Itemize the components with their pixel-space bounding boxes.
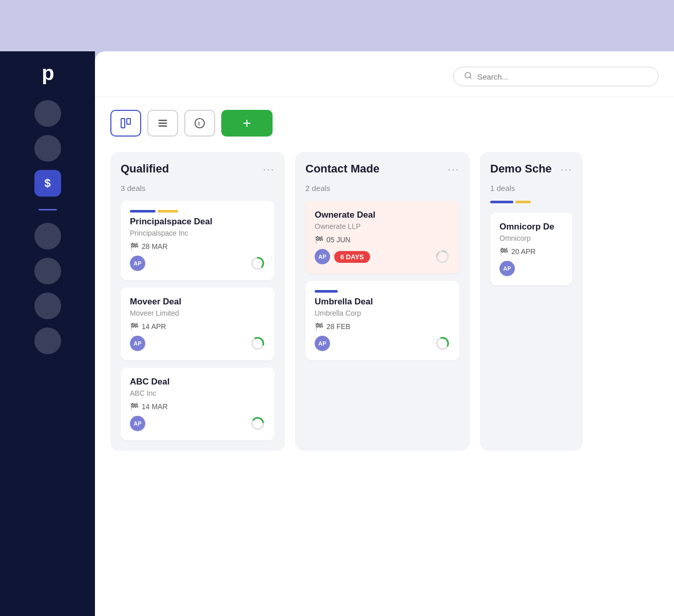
kanban-view-button[interactable]	[110, 110, 141, 137]
deal-card-umbrella[interactable]: Umbrella Deal Umbrella Corp 🏁 28 FEB AP	[305, 281, 459, 360]
deal-company-moveer: Moveer Limited	[130, 309, 265, 317]
search-bar	[453, 67, 659, 86]
deal-footer-umbrella: AP	[315, 336, 450, 351]
main-content: $ + Qualified ··· 3 deals	[95, 51, 674, 616]
progress-yellow	[158, 210, 178, 213]
overdue-badge-ownerate: 6 DAYS	[334, 251, 370, 263]
deal-footer-abc: AP	[130, 416, 265, 431]
deal-card-omnicorp[interactable]: Omnicorp De Omnicorp 🏁 20 APR AP	[490, 213, 572, 285]
header	[95, 51, 674, 97]
column-qualified: Qualified ··· 3 deals Principalspace Dea…	[110, 152, 285, 451]
sidebar-item-nav2[interactable]	[34, 135, 61, 162]
umbrella-progress-blue	[315, 290, 338, 293]
progress-ring-abc	[250, 416, 265, 431]
progress-ring-moveer	[250, 336, 265, 351]
search-icon	[464, 71, 472, 82]
deal-date-principalspace: 🏁 28 MAR	[130, 242, 265, 251]
progress-blue	[130, 210, 156, 213]
deal-progress-bar	[130, 210, 265, 213]
avatar-omnicorp: AP	[499, 261, 515, 276]
demo-progress-blue	[490, 201, 513, 203]
progress-ring-umbrella	[435, 336, 450, 351]
svg-rect-3	[127, 119, 130, 124]
column-contact-count: 2 deals	[305, 184, 459, 192]
sidebar-item-deals[interactable]: $	[34, 170, 61, 197]
sidebar-item-nav6[interactable]	[34, 328, 61, 354]
progress-ring-ownerate	[435, 249, 450, 264]
deal-footer-moveer: AP	[130, 336, 265, 351]
dollar-icon: $	[44, 177, 50, 190]
avatar-umbrella: AP	[315, 336, 330, 351]
deal-footer-omnicorp: AP	[499, 261, 563, 276]
deal-title-umbrella: Umbrella Deal	[315, 297, 450, 307]
column-demo-title: Demo Sche	[490, 162, 552, 176]
column-qualified-more[interactable]: ···	[263, 163, 275, 175]
sidebar-item-nav3[interactable]	[34, 223, 61, 249]
avatar-abc: AP	[130, 416, 145, 431]
deal-title-ownerate: Ownerate Deal	[315, 210, 450, 220]
kanban-board: Qualified ··· 3 deals Principalspace Dea…	[95, 147, 674, 466]
deal-date-moveer: 🏁 14 APR	[130, 322, 265, 331]
progress-ring-principalspace	[250, 256, 265, 271]
column-qualified-header: Qualified ···	[121, 162, 275, 176]
column-demo-scheduled: Demo Sche ··· 1 deals Omnicorp De Omnico…	[480, 152, 583, 451]
flag-icon-abc: 🏁	[130, 402, 139, 411]
flag-icon-ownerate: 🏁	[315, 236, 323, 244]
flag-icon-umbrella: 🏁	[315, 322, 323, 331]
sidebar-navigation: $	[0, 100, 95, 354]
deal-card-principalspace[interactable]: Principalspace Deal Principalspace Inc 🏁…	[121, 201, 275, 280]
deal-date-umbrella: 🏁 28 FEB	[315, 322, 450, 331]
column-qualified-count: 3 deals	[121, 184, 275, 192]
deal-company-principalspace: Principalspace Inc	[130, 229, 265, 237]
deal-footer-ownerate: AP 6 DAYS	[315, 249, 450, 264]
sidebar-item-nav4[interactable]	[34, 258, 61, 284]
sidebar-item-nav1[interactable]	[34, 100, 61, 127]
column-contact-header: Contact Made ···	[305, 162, 459, 176]
deal-card-ownerate[interactable]: Ownerate Deal Ownerate LLP 🏁 05 JUN AP 6…	[305, 201, 459, 274]
cycle-view-button[interactable]: $	[184, 110, 215, 137]
column-qualified-title: Qualified	[121, 162, 169, 176]
sidebar-logo: p	[42, 62, 53, 85]
column-demo-header: Demo Sche ···	[490, 162, 572, 176]
deal-company-omnicorp: Omnicorp	[499, 234, 563, 242]
add-deal-button[interactable]: +	[221, 110, 273, 137]
deal-card-moveer[interactable]: Moveer Deal Moveer Limited 🏁 14 APR AP	[121, 287, 275, 360]
svg-rect-2	[121, 119, 125, 128]
demo-progress-yellow	[515, 201, 531, 203]
deal-title-abc: ABC Deal	[130, 377, 265, 387]
flag-icon: 🏁	[130, 242, 139, 251]
deal-date-ownerate: 🏁 05 JUN	[315, 236, 450, 244]
column-contact-more[interactable]: ···	[448, 163, 459, 175]
column-contact-title: Contact Made	[305, 162, 379, 176]
deal-date-omnicorp: 🏁 20 APR	[499, 247, 563, 256]
avatar-principalspace: AP	[130, 256, 145, 271]
deal-company-umbrella: Umbrella Corp	[315, 309, 450, 317]
svg-text:$: $	[198, 122, 200, 126]
umbrella-progress-bar	[315, 290, 450, 293]
toolbar: $ +	[95, 97, 674, 147]
sidebar-divider	[38, 209, 57, 210]
list-view-button[interactable]	[147, 110, 178, 137]
demo-progress-bar	[490, 201, 572, 203]
deal-title-moveer: Moveer Deal	[130, 297, 265, 307]
deal-footer-principalspace: AP	[130, 256, 265, 271]
deal-title-omnicorp: Omnicorp De	[499, 222, 563, 232]
deal-card-abc[interactable]: ABC Deal ABC Inc 🏁 14 MAR AP	[121, 368, 275, 440]
deal-company-ownerate: Ownerate LLP	[315, 222, 450, 230]
column-demo-count: 1 deals	[490, 184, 572, 192]
sidebar: p $	[0, 51, 95, 616]
deal-date-abc: 🏁 14 MAR	[130, 402, 265, 411]
avatar-ownerate: AP	[315, 249, 330, 264]
svg-line-1	[470, 77, 471, 79]
column-demo-more[interactable]: ···	[561, 163, 572, 175]
deal-company-abc: ABC Inc	[130, 389, 265, 397]
flag-icon-omnicorp: 🏁	[499, 247, 508, 256]
avatar-moveer: AP	[130, 336, 145, 351]
sidebar-item-nav5[interactable]	[34, 293, 61, 319]
deal-title-principalspace: Principalspace Deal	[130, 217, 265, 227]
search-input[interactable]	[477, 72, 648, 81]
column-contact-made: Contact Made ··· 2 deals Ownerate Deal O…	[295, 152, 470, 451]
flag-icon-moveer: 🏁	[130, 322, 139, 331]
